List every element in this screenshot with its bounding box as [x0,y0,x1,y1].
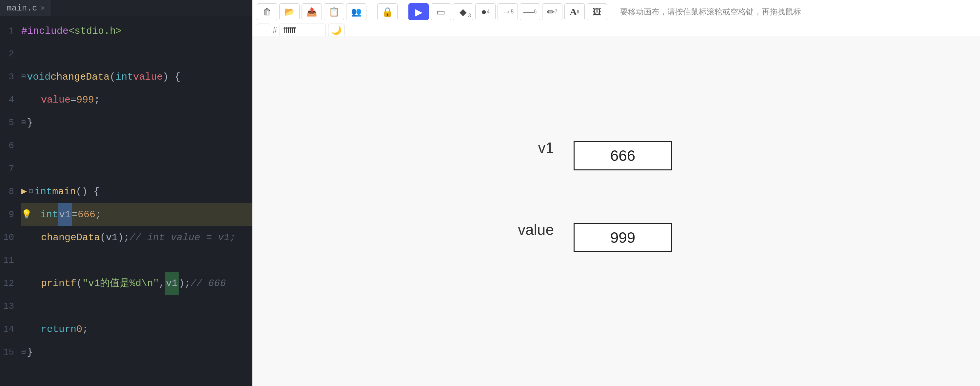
v1-value: 666 [610,147,636,165]
v1-box: 666 [574,141,672,170]
code-line-13 [21,295,252,318]
code-line-5: ⊟ } [21,111,252,134]
whiteboard-panel: 🗑 📂 📤 📋 👥 🔒 ▶ ▭ ◆3 ●4 →5 —6 ✏7 [252,0,980,386]
color-hex-input[interactable] [280,24,326,37]
color-swatch-white[interactable] [257,24,270,37]
value-box: 999 [574,223,672,252]
users-button[interactable]: 👥 [346,3,366,20]
editor-panel: main.c ✕ 1 2 3 4 5 6 7 8 9 10 11 12 13 1… [0,0,252,386]
bulb-icon: 💡 [21,203,32,226]
canvas-area[interactable]: v1 666 0x000001 value 999 [252,36,980,386]
separator-1 [372,5,372,18]
code-line-12: printf("v1的值是%d\n", v1); // 666 [21,272,252,295]
toolbar-row1: 🗑 📂 📤 📋 👥 🔒 ▶ ▭ ◆3 ●4 →5 —6 ✏7 [257,3,975,20]
v1-label: v1 [538,139,554,156]
text-tool-button[interactable]: A8 [565,3,585,20]
diagram-container: v1 666 0x000001 value 999 [485,113,747,309]
code-line-2 [21,43,252,65]
code-line-9: 💡 int v1 = 666; [21,203,252,226]
lock-button[interactable]: 🔒 [377,3,398,20]
hint-text: 要移动画布，请按住鼠标滚轮或空格键，再拖拽鼠标 [620,6,801,17]
pen-tool-button[interactable]: ✏7 [542,3,562,20]
delete-button[interactable]: 🗑 [257,3,277,20]
tab-bar: main.c ✕ [0,0,252,16]
code-line-15: ⊟ } [21,341,252,364]
export-button[interactable]: 📤 [302,3,322,20]
tab-close-icon[interactable]: ✕ [41,3,45,13]
image-tool-button[interactable]: 🖼 [587,3,607,20]
code-line-10: changeData(v1); // int value = v1; [21,226,252,249]
code-line-1: #include <stdio.h> [21,20,252,43]
tab-main-c[interactable]: main.c ✕ [0,0,52,16]
separator-2 [403,5,403,18]
rect-tool-button[interactable]: ▭ [431,3,451,20]
draw-tools: ▶ ▭ ◆3 ●4 →5 —6 ✏7 A8 🖼 [408,3,607,20]
code-line-6 [21,134,252,157]
toolbar-row2: # 🌙 [257,24,975,37]
line-tool-button[interactable]: —6 [520,3,540,20]
toolbar: 🗑 📂 📤 📋 👥 🔒 ▶ ▭ ◆3 ●4 →5 —6 ✏7 [252,0,980,36]
code-line-4: value = 999; [21,89,252,111]
circle-tool-button[interactable]: ●4 [475,3,496,20]
value-label: value [518,221,554,238]
code-line-8: ▶ ⊟ int main() { [21,180,252,203]
code-area: 1 2 3 4 5 6 7 8 9 10 11 12 13 14 15 #inc… [0,16,252,386]
line-numbers: 1 2 3 4 5 6 7 8 9 10 11 12 13 14 15 [0,16,18,386]
value-value: 999 [610,229,636,246]
action-buttons: 🗑 📂 📤 📋 👥 [257,3,366,20]
select-tool-button[interactable]: ▶ [408,3,429,20]
hash-symbol: # [273,25,277,35]
arrow-tool-button[interactable]: →5 [498,3,518,20]
diamond-tool-button[interactable]: ◆3 [453,3,473,20]
copy-button[interactable]: 📋 [324,3,344,20]
tab-label: main.c [6,3,37,13]
code-line-14: return 0; [21,318,252,341]
dark-mode-button[interactable]: 🌙 [328,24,344,37]
open-button[interactable]: 📂 [279,3,299,20]
code-line-7 [21,157,252,180]
code-line-3: ⊟ void changeData(int value) { [21,65,252,89]
code-content: #include <stdio.h> ⊟ void changeData(int… [18,16,252,386]
code-line-11 [21,249,252,272]
